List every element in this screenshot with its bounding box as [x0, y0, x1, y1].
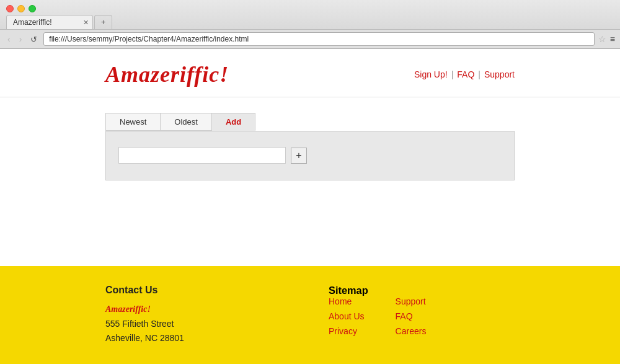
footer-company-name: Amazeriffic! [105, 304, 291, 314]
page-wrapper: Amazeriffic! Sign Up! | FAQ | Support Ne… [0, 49, 620, 364]
site-title: Amazeriffic! [105, 61, 229, 87]
signup-link[interactable]: Sign Up! [414, 69, 448, 79]
add-form: + [118, 147, 502, 164]
tab-panel: + [105, 131, 515, 180]
address-bar[interactable] [43, 32, 594, 46]
browser-tab[interactable]: Amazeriffic! ✕ [6, 15, 93, 29]
sitemap-about[interactable]: About Us [329, 311, 365, 321]
new-tab-button[interactable]: + [94, 15, 112, 29]
add-submit-button[interactable]: + [291, 148, 307, 164]
tab-add[interactable]: Add [212, 113, 255, 131]
tab-navigation: Newest Oldest Add [105, 113, 515, 131]
close-button[interactable] [6, 5, 14, 12]
tab-title: Amazeriffic! [13, 18, 51, 27]
contact-section: Contact Us Amazeriffic! 555 Fiftieth Str… [105, 285, 291, 345]
contact-heading: Contact Us [105, 285, 291, 296]
sitemap-links: Home About Us Privacy Support FAQ Career… [329, 296, 515, 336]
sitemap-support[interactable]: Support [396, 296, 427, 306]
maximize-button[interactable] [29, 5, 36, 12]
reload-button[interactable]: ↺ [28, 33, 40, 45]
separator-2: | [478, 69, 480, 79]
nav-bar: ‹ › ↺ ☆ ≡ [0, 29, 620, 48]
main-content: Newest Oldest Add + [0, 97, 620, 266]
page-header: Amazeriffic! Sign Up! | FAQ | Support [0, 49, 620, 97]
sitemap-section: Sitemap Home About Us Privacy Support FA… [329, 285, 515, 345]
sitemap-faq[interactable]: FAQ [396, 311, 427, 321]
minimize-button[interactable] [17, 5, 25, 12]
header-nav: Sign Up! | FAQ | Support [414, 69, 515, 79]
menu-button[interactable]: ≡ [610, 34, 615, 44]
footer-street: 555 Fiftieth Street [105, 319, 174, 329]
sitemap-privacy[interactable]: Privacy [329, 326, 365, 336]
sitemap-col-2: Support FAQ Careers [396, 296, 427, 336]
add-input[interactable] [118, 147, 286, 164]
sitemap-heading: Sitemap [329, 285, 515, 296]
separator-1: | [451, 69, 454, 79]
sitemap-home[interactable]: Home [329, 296, 365, 306]
browser-chrome: Amazeriffic! ✕ + ‹ › ↺ ☆ ≡ [0, 0, 620, 49]
footer-address: 555 Fiftieth Street Asheville, NC 28801 [105, 317, 291, 345]
page-footer: Contact Us Amazeriffic! 555 Fiftieth Str… [0, 266, 620, 364]
footer-city: Asheville, NC 28801 [105, 333, 184, 343]
forward-button[interactable]: › [17, 33, 25, 45]
tab-close-icon[interactable]: ✕ [83, 19, 89, 27]
support-link[interactable]: Support [484, 69, 515, 79]
back-button[interactable]: ‹ [5, 33, 13, 45]
star-button[interactable]: ☆ [598, 34, 606, 44]
traffic-lights [0, 0, 620, 15]
faq-link[interactable]: FAQ [457, 69, 474, 79]
tab-oldest[interactable]: Oldest [160, 113, 212, 131]
sitemap-careers[interactable]: Careers [396, 326, 427, 336]
tab-bar: Amazeriffic! ✕ + [0, 15, 620, 29]
sitemap-col-1: Home About Us Privacy [329, 296, 365, 336]
tab-newest[interactable]: Newest [105, 113, 160, 131]
